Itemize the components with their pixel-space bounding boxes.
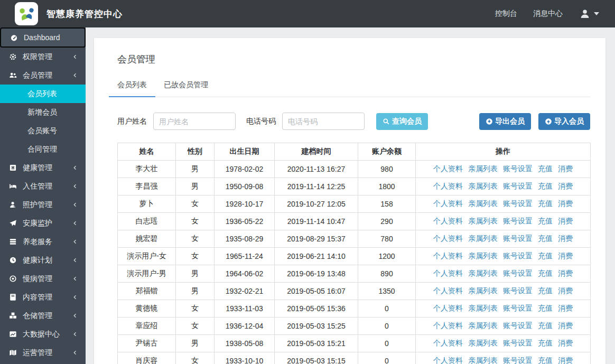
action-consume-link[interactable]: 消费 [558, 269, 573, 277]
sidebar-item-wellness-monitoring[interactable]: 安康监护 [0, 214, 86, 232]
tab-deceased-member-management[interactable]: 已故会员管理 [155, 76, 217, 97]
action-recharge-link[interactable]: 充值 [538, 286, 553, 295]
sidebar-item-big-data-center[interactable]: 大数据中心 [0, 325, 86, 343]
action-relatives-list-link[interactable]: 亲属列表 [468, 269, 498, 277]
user-menu[interactable] [580, 8, 599, 19]
action-recharge-link[interactable]: 充值 [538, 217, 553, 225]
action-consume-link[interactable]: 消费 [558, 234, 573, 242]
action-account-settings-link[interactable]: 账号设置 [503, 164, 533, 173]
paper-plane-icon [9, 219, 17, 227]
nav-link-message-center[interactable]: 消息中心 [533, 9, 563, 18]
action-profile-link[interactable]: 个人资料 [433, 199, 463, 208]
action-recharge-link[interactable]: 充值 [538, 321, 553, 330]
action-consume-link[interactable]: 消费 [558, 182, 573, 190]
name-filter-input[interactable] [153, 113, 236, 130]
action-profile-link[interactable]: 个人资料 [433, 286, 463, 295]
action-consume-link[interactable]: 消费 [558, 164, 573, 173]
action-recharge-link[interactable]: 充值 [538, 339, 553, 347]
sidebar-subitem-member-add[interactable]: 新增会员 [0, 103, 86, 122]
sidebar-item-permission-management[interactable]: 权限管理 [0, 48, 86, 66]
action-account-settings-link[interactable]: 账号设置 [503, 182, 533, 190]
created-time-cell: 2019-05-05 16:07 [275, 283, 358, 300]
action-consume-link[interactable]: 消费 [558, 339, 573, 347]
created-time-cell: 2019-06-19 13:48 [275, 265, 358, 283]
action-consume-link[interactable]: 消费 [558, 304, 573, 312]
action-account-settings-link[interactable]: 账号设置 [503, 339, 533, 347]
action-profile-link[interactable]: 个人资料 [433, 321, 463, 330]
action-relatives-list-link[interactable]: 亲属列表 [468, 199, 498, 208]
action-profile-link[interactable]: 个人资料 [433, 304, 463, 312]
action-account-settings-link[interactable]: 账号设置 [503, 217, 533, 225]
search-members-button[interactable]: 查询会员 [376, 113, 428, 130]
action-profile-link[interactable]: 个人资料 [433, 182, 463, 190]
action-profile-link[interactable]: 个人资料 [433, 356, 463, 364]
action-relatives-list-link[interactable]: 亲属列表 [468, 164, 498, 173]
sidebar-item-member-management[interactable]: 会员管理 [0, 66, 86, 85]
action-recharge-link[interactable]: 充值 [538, 269, 553, 277]
action-profile-link[interactable]: 个人资料 [433, 164, 463, 173]
birth-date-cell: 1978-02-02 [215, 161, 275, 178]
action-account-settings-link[interactable]: 账号设置 [503, 199, 533, 208]
sidebar-subitem-contract-management[interactable]: 合同管理 [0, 140, 86, 158]
action-consume-link[interactable]: 消费 [558, 217, 573, 225]
action-relatives-list-link[interactable]: 亲属列表 [468, 251, 498, 260]
action-relatives-list-link[interactable]: 亲属列表 [468, 304, 498, 312]
action-relatives-list-link[interactable]: 亲属列表 [468, 339, 498, 347]
sidebar-item-label: 照护管理 [23, 200, 72, 210]
action-recharge-link[interactable]: 充值 [538, 251, 553, 260]
action-consume-link[interactable]: 消费 [558, 199, 573, 208]
action-recharge-link[interactable]: 充值 [538, 164, 553, 173]
action-recharge-link[interactable]: 充值 [538, 199, 553, 208]
action-relatives-list-link[interactable]: 亲属列表 [468, 182, 498, 190]
sidebar-item-warehouse-management[interactable]: 仓储管理 [0, 306, 86, 325]
sidebar-item-elder-services[interactable]: 养老服务 [0, 232, 86, 251]
action-recharge-link[interactable]: 充值 [538, 304, 553, 312]
action-account-settings-link[interactable]: 账号设置 [503, 356, 533, 364]
nav-link-console[interactable]: 控制台 [495, 9, 517, 18]
tab-member-list[interactable]: 会员列表 [109, 76, 155, 97]
sidebar-subitem-member-list[interactable]: 会员列表 [0, 85, 86, 103]
sidebar-item-operations-management[interactable]: 运营管理 [0, 343, 86, 362]
gender-cell: 女 [176, 352, 215, 364]
gender-cell: 女 [176, 248, 215, 265]
action-profile-link[interactable]: 个人资料 [433, 251, 463, 260]
action-relatives-list-link[interactable]: 亲属列表 [468, 217, 498, 225]
action-recharge-link[interactable]: 充值 [538, 356, 553, 364]
phone-filter-input[interactable] [282, 113, 365, 130]
sidebar-item-checkin-management[interactable]: 入住管理 [0, 177, 86, 195]
export-members-button[interactable]: 导出会员 [479, 113, 531, 130]
sidebar-subitem-member-account[interactable]: 会员账号 [0, 122, 86, 140]
action-recharge-link[interactable]: 充值 [538, 234, 553, 242]
action-profile-link[interactable]: 个人资料 [433, 217, 463, 225]
action-relatives-list-link[interactable]: 亲属列表 [468, 321, 498, 330]
action-account-settings-link[interactable]: 账号设置 [503, 321, 533, 330]
action-profile-link[interactable]: 个人资料 [433, 234, 463, 242]
action-account-settings-link[interactable]: 账号设置 [503, 269, 533, 277]
import-members-button[interactable]: 导入会员 [538, 113, 590, 130]
sidebar-item-dashboard[interactable]: Dashboard [0, 27, 86, 48]
action-account-settings-link[interactable]: 账号设置 [503, 286, 533, 295]
sidebar-subitem-label: 会员账号 [27, 126, 57, 135]
sidebar-item-health-management[interactable]: 健康管理 [0, 158, 86, 177]
sidebar-item-health-plan[interactable]: 健康计划 [0, 251, 86, 269]
sidebar-item-care-management[interactable]: 照护管理 [0, 195, 86, 214]
action-account-settings-link[interactable]: 账号设置 [503, 234, 533, 242]
action-relatives-list-link[interactable]: 亲属列表 [468, 286, 498, 295]
action-profile-link[interactable]: 个人资料 [433, 269, 463, 277]
action-relatives-list-link[interactable]: 亲属列表 [468, 234, 498, 242]
caret-down-icon [594, 12, 599, 15]
action-account-settings-link[interactable]: 账号设置 [503, 251, 533, 260]
sidebar: Dashboard权限管理会员管理会员列表新增会员会员账号合同管理健康管理入住管… [0, 27, 86, 364]
action-consume-link[interactable]: 消费 [558, 321, 573, 330]
action-account-settings-link[interactable]: 账号设置 [503, 304, 533, 312]
action-consume-link[interactable]: 消费 [558, 251, 573, 260]
action-profile-link[interactable]: 个人资料 [433, 339, 463, 347]
sidebar-item-chronic-disease-management[interactable]: 慢病管理 [0, 269, 86, 288]
upload-circle-icon [545, 118, 552, 125]
action-recharge-link[interactable]: 充值 [538, 182, 553, 190]
action-consume-link[interactable]: 消费 [558, 356, 573, 364]
balance-cell: 780 [358, 230, 416, 248]
action-relatives-list-link[interactable]: 亲属列表 [468, 356, 498, 364]
action-consume-link[interactable]: 消费 [558, 286, 573, 295]
sidebar-item-content-management[interactable]: 内容管理 [0, 288, 86, 306]
